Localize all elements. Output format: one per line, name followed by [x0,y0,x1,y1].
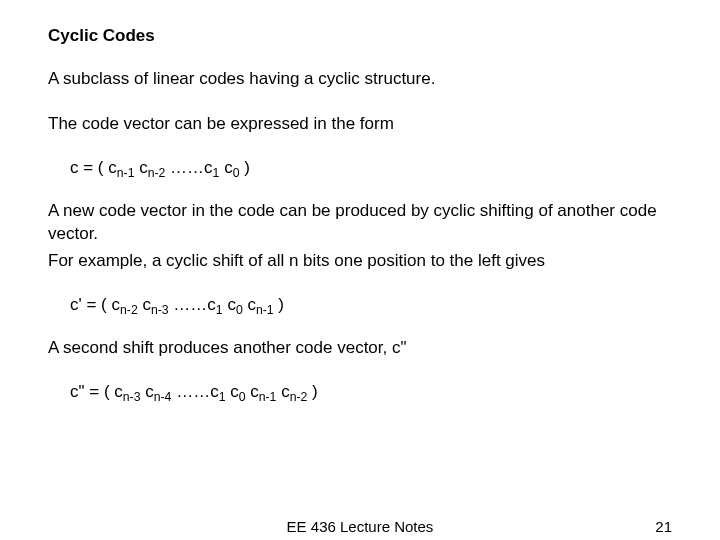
eq-text: c [219,158,232,177]
eq-text: ) [239,158,249,177]
footer-course: EE 436 Lecture Notes [287,518,434,535]
eq-text: c [134,158,147,177]
eq-text: ) [307,382,317,401]
eq-text: ……c [165,158,212,177]
eq-text: c [223,295,236,314]
eq-sub: n-4 [154,390,172,404]
eq-sub: n-1 [259,390,277,404]
equation-c-prime: c' = ( cn-2 cn-3 ……c1 c0 cn-1 ) [70,295,672,315]
eq-text: c [225,382,238,401]
equation-c-double-prime: c" = ( cn-3 cn-4 ……c1 c0 cn-1 cn-2 ) [70,382,672,402]
eq-sub: 0 [236,303,243,317]
eq-sub: n-3 [151,303,169,317]
eq-text: ……c [169,295,216,314]
paragraph-form: The code vector can be expressed in the … [48,113,672,136]
eq-sub: n-1 [256,303,274,317]
eq-text: c [243,295,256,314]
page-number: 21 [655,518,672,535]
eq-sub: n-2 [148,166,166,180]
paragraph-shift-a: A new code vector in the code can be pro… [48,200,672,246]
eq-text: ……c [171,382,218,401]
eq-text: c = ( c [70,158,117,177]
paragraph-second-shift: A second shift produces another code vec… [48,337,672,360]
eq-sub: n-3 [123,390,141,404]
eq-sub: 0 [239,390,246,404]
eq-text: c" = ( c [70,382,123,401]
eq-text: ) [274,295,284,314]
eq-text: c [138,295,151,314]
equation-c: c = ( cn-1 cn-2 ……c1 c0 ) [70,158,672,178]
eq-sub: 1 [216,303,223,317]
eq-sub: n-2 [120,303,138,317]
eq-text: c' = ( c [70,295,120,314]
paragraph-shift-b: For example, a cyclic shift of all n bit… [48,250,672,273]
eq-sub: n-2 [290,390,308,404]
slide-title: Cyclic Codes [48,26,672,46]
eq-text: c [246,382,259,401]
paragraph-intro: A subclass of linear codes having a cycl… [48,68,672,91]
eq-sub: n-1 [117,166,135,180]
eq-text: c [140,382,153,401]
eq-text: c [276,382,289,401]
